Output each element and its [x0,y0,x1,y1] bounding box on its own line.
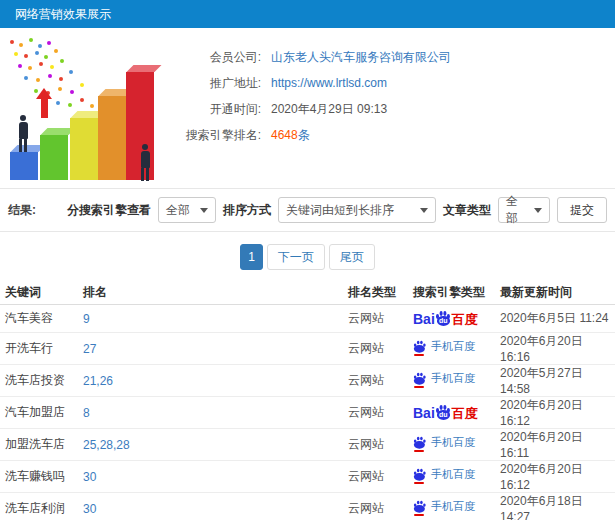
sort-select[interactable]: 关键词由短到长排序 [278,197,436,223]
rank-count-unit: 条 [298,128,310,142]
col-engine-type: 搜索引擎类型 [413,280,500,305]
baidu-paw-icon: du [436,405,451,420]
company-info-list: 会员公司: 山东老人头汽车服务咨询有限公司 推广地址: https://www.… [175,36,451,188]
baidu-logo-bai: Bai [413,406,435,420]
rank-link[interactable]: 9 [83,312,90,326]
rank-type-cell: 云网站 [348,493,413,520]
baidu-paw-icon [413,340,426,353]
rank-type-cell: 云网站 [348,305,413,333]
engine-cell: 手机百度 [413,429,500,461]
person-figure-left [16,115,30,152]
updated-cell: 2020年5月27日 14:58 [500,365,615,397]
table-row: 汽车美容 9 云网站 Baidu百度 2020年6月5日 11:24 [0,305,615,333]
chart-bar-yellow [70,118,98,180]
table-row: 洗车店投资 21,26 云网站 手机百度 2020年5月27日 14:58 [0,365,615,397]
updated-cell: 2020年6月20日 16:11 [500,429,615,461]
last-page-button[interactable]: 尾页 [329,244,375,270]
table-row: 洗车赚钱吗 30 云网站 手机百度 2020年6月20日 16:12 [0,461,615,493]
mobile-baidu-logo: 手机百度 [413,499,475,514]
rank-link[interactable]: 21,26 [83,374,113,388]
page-1-button[interactable]: 1 [240,244,263,270]
article-type-select[interactable]: 全部 [498,197,550,223]
member-company-label: 会员公司: [175,49,261,66]
keyword-cell: 汽车美容 [0,305,83,333]
rank-type-cell: 云网站 [348,429,413,461]
table-header-row: 关键词 排名 排名类型 搜索引擎类型 最新更新时间 [0,280,615,305]
chart-bar-blue [10,152,38,180]
rank-link[interactable]: 8 [83,406,90,420]
updated-cell: 2020年6月20日 16:12 [500,461,615,493]
bar-chart-illustration [0,36,175,186]
table-row: 汽车加盟店 8 云网站 Baidu百度 2020年6月20日 16:12 [0,397,615,429]
col-updated: 最新更新时间 [500,280,615,305]
sort-label: 排序方式 [223,202,271,219]
baidu-logo-cn: 百度 [452,313,478,326]
baidu-logo-cn: 百度 [452,407,478,420]
pagination: 1 下一页 尾页 [0,244,615,270]
keyword-rank-table: 关键词 排名 排名类型 搜索引擎类型 最新更新时间 汽车美容 9 云网站 Bai… [0,280,615,520]
info-section: 会员公司: 山东老人头汽车服务咨询有限公司 推广地址: https://www.… [0,28,615,188]
baidu-paw-icon [413,436,426,449]
keyword-cell: 洗车赚钱吗 [0,461,83,493]
result-label: 结果: [8,202,36,219]
person-figure-right [138,144,152,181]
header-bar: 网络营销效果展示 [0,0,615,28]
engine-rank-label: 搜索引擎排名: [175,127,261,144]
keyword-cell: 洗车店利润 [0,493,83,520]
chart-bar-orange [98,96,126,180]
engine-cell: Baidu百度 [413,397,500,429]
engine-cell: 手机百度 [413,333,500,365]
col-rank: 排名 [83,280,348,305]
mobile-baidu-label: 手机百度 [431,371,475,386]
info-row-open-time: 开通时间: 2020年4月29日 09:13 [175,96,451,122]
submit-button[interactable]: 提交 [557,197,607,223]
mobile-baidu-logo: 手机百度 [413,435,475,450]
chart-bar-green [40,135,68,180]
promo-url-label: 推广地址: [175,75,261,92]
filter-bar: 结果: 分搜索引擎查看 全部 排序方式 关键词由短到长排序 文章类型 全部 提交 [0,188,615,232]
engine-filter-select[interactable]: 全部 [158,197,216,223]
mobile-baidu-label: 手机百度 [431,467,475,482]
info-row-member: 会员公司: 山东老人头汽车服务咨询有限公司 [175,44,451,70]
promo-url-link[interactable]: https://www.lrtlsd.com [271,76,387,90]
rank-link[interactable]: 25,28,28 [83,438,130,452]
rank-link[interactable]: 30 [83,470,96,484]
chevron-down-icon [200,208,208,213]
marketing-report-page: 网络营销效果展示 会员公司: 山东老人头汽车服务咨询有限公司 [0,0,615,520]
mobile-baidu-label: 手机百度 [431,499,475,514]
rank-type-cell: 云网站 [348,461,413,493]
updated-cell: 2020年6月20日 16:12 [500,397,615,429]
col-rank-type: 排名类型 [348,280,413,305]
rank-link[interactable]: 27 [83,342,96,356]
rank-type-cell: 云网站 [348,397,413,429]
rank-link[interactable]: 30 [83,502,96,516]
growth-arrow-icon [36,88,52,118]
baidu-paw-icon: du [436,311,451,326]
baidu-paw-icon [413,468,426,481]
mobile-baidu-logo: 手机百度 [413,467,475,482]
sort-selected: 关键词由短到长排序 [286,202,394,219]
info-row-engine-rank: 搜索引擎排名: 4648条 [175,122,451,148]
chevron-down-icon [534,208,542,213]
baidu-logo: Baidu百度 [413,311,478,326]
mobile-baidu-label: 手机百度 [431,339,475,354]
updated-cell: 2020年6月18日 14:27 [500,493,615,520]
mobile-baidu-logo: 手机百度 [413,371,475,386]
keyword-cell: 开洗车行 [0,333,83,365]
updated-cell: 2020年6月20日 16:16 [500,333,615,365]
article-type-label: 文章类型 [443,202,491,219]
member-company-link[interactable]: 山东老人头汽车服务咨询有限公司 [271,49,451,66]
table-row: 洗车店利润 30 云网站 手机百度 2020年6月18日 14:27 [0,493,615,520]
confetti-decoration [10,40,14,44]
baidu-paw-icon [413,500,426,513]
next-page-button[interactable]: 下一页 [267,244,325,270]
keyword-cell: 汽车加盟店 [0,397,83,429]
baidu-logo: Baidu百度 [413,405,478,420]
keyword-cell: 加盟洗车店 [0,429,83,461]
baidu-logo-du: du [437,410,450,420]
page-title: 网络营销效果展示 [0,6,111,23]
col-keyword: 关键词 [0,280,83,305]
baidu-paw-icon [413,372,426,385]
rank-type-cell: 云网站 [348,365,413,397]
open-time-value: 2020年4月29日 09:13 [271,101,387,118]
